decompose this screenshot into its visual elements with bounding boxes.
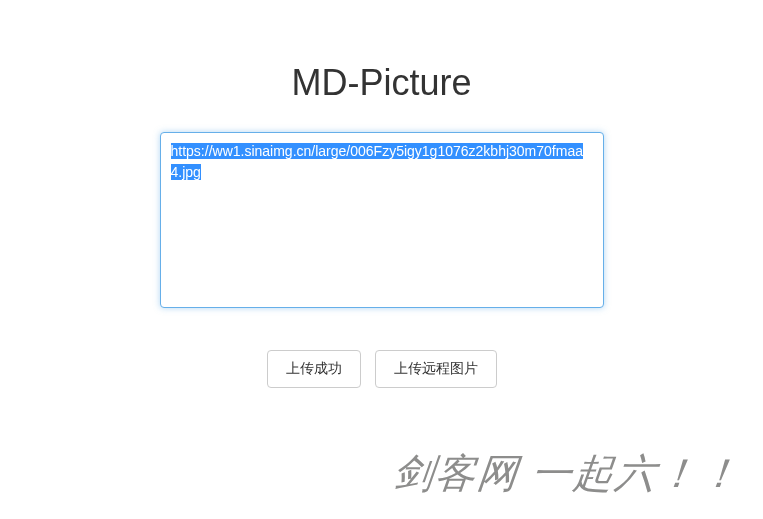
button-row: 上传成功 上传远程图片 (267, 350, 497, 388)
main-container: MD-Picture https://ww1.sinaimg.cn/large/… (0, 0, 763, 388)
upload-remote-button[interactable]: 上传远程图片 (375, 350, 497, 388)
watermark-text: 剑客网 一起六！！ (390, 446, 744, 501)
url-textarea[interactable] (160, 132, 604, 308)
upload-status-button[interactable]: 上传成功 (267, 350, 361, 388)
url-textarea-wrap: https://ww1.sinaimg.cn/large/006Fzy5igy1… (160, 132, 604, 312)
page-title: MD-Picture (291, 62, 471, 104)
